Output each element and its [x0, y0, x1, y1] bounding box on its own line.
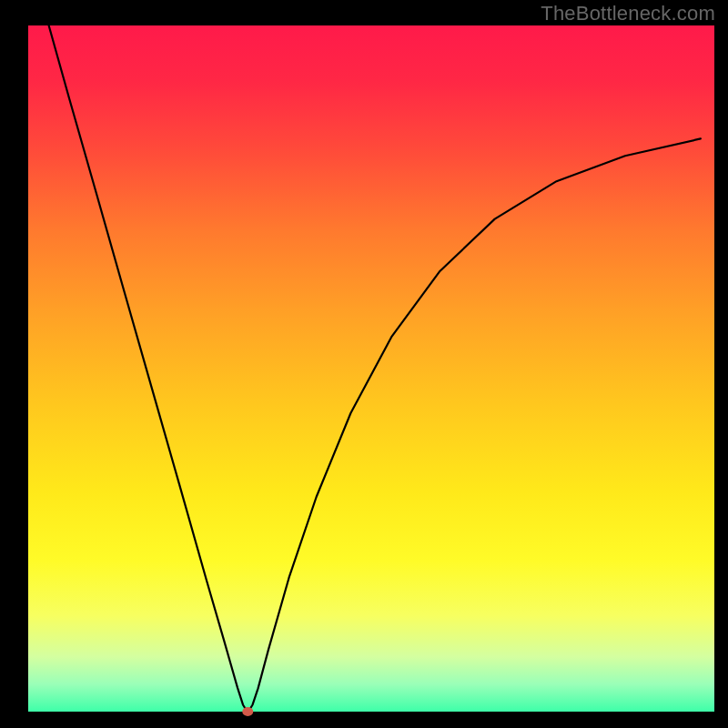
watermark-text: TheBottleneck.com [541, 2, 715, 25]
chart-container: TheBottleneck.com [0, 0, 728, 728]
bottleneck-chart [0, 0, 728, 728]
optimal-point-marker [242, 707, 253, 716]
plot-background-gradient [28, 25, 714, 712]
